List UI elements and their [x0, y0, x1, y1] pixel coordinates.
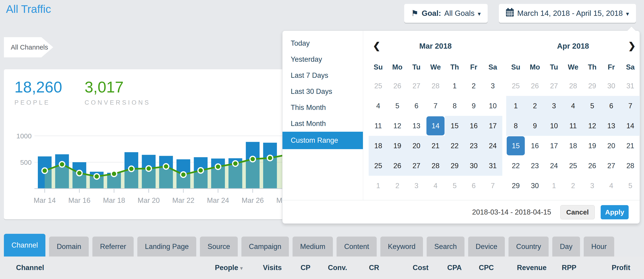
calendar-day[interactable]: 7	[426, 96, 445, 116]
calendar-day[interactable]: 8	[445, 96, 464, 116]
chart-point[interactable]	[267, 155, 273, 161]
goal-dropdown-button[interactable]: ⚑ Goal: All Goals ▾	[404, 4, 488, 23]
chart-point[interactable]	[163, 164, 169, 169]
column-header-rpp[interactable]: RPP	[546, 264, 576, 272]
calendar-day[interactable]: 3	[544, 96, 564, 116]
calendar-day[interactable]: 27	[602, 156, 621, 176]
column-header-cpa[interactable]: CPA	[428, 264, 462, 272]
preset-yesterday[interactable]: Yesterday	[282, 51, 363, 68]
tab-search[interactable]: Search	[427, 236, 464, 256]
calendar-day[interactable]: 31	[483, 156, 502, 176]
calendar-day[interactable]: 2	[564, 176, 583, 196]
chart-point[interactable]	[128, 166, 134, 172]
calendar-day[interactable]: 11	[369, 116, 388, 136]
calendar-day[interactable]: 28	[426, 76, 445, 96]
calendar-day[interactable]: 24	[483, 136, 502, 156]
column-header-channel[interactable]: Channel	[16, 264, 208, 272]
calendar-day[interactable]: 7	[621, 96, 640, 116]
calendar-day[interactable]: 18	[369, 136, 388, 156]
chart-point[interactable]	[60, 162, 65, 167]
calendar-day[interactable]: 27	[407, 156, 426, 176]
calendar-day[interactable]: 8	[506, 116, 525, 136]
calendar-day[interactable]: 30	[525, 176, 544, 196]
tab-device[interactable]: Device	[468, 236, 505, 256]
chart-point[interactable]	[111, 171, 117, 177]
calendar-day[interactable]: 29	[582, 76, 602, 96]
calendar-day[interactable]: 16	[525, 136, 544, 156]
column-header-cpc[interactable]: CPC	[462, 264, 494, 272]
calendar-day[interactable]: 4	[426, 176, 445, 196]
column-header-people[interactable]: People▾	[208, 264, 243, 272]
tab-domain[interactable]: Domain	[49, 236, 89, 256]
calendar-day[interactable]: 21	[426, 136, 445, 156]
calendar-day[interactable]: 16	[464, 116, 483, 136]
tab-channel[interactable]: Channel	[4, 234, 46, 256]
calendar-day[interactable]: 13	[602, 116, 621, 136]
calendar-day[interactable]: 9	[464, 96, 483, 116]
calendar-day[interactable]: 26	[388, 76, 407, 96]
calendar-day[interactable]: 3	[407, 176, 426, 196]
calendar-day[interactable]: 1	[445, 76, 464, 96]
next-month-icon[interactable]: ❯	[628, 40, 636, 51]
column-header-cp[interactable]: CP	[282, 264, 310, 272]
chart-point[interactable]	[250, 156, 256, 162]
column-header-cost[interactable]: Cost	[379, 264, 428, 272]
column-header-cr[interactable]: CR	[347, 264, 379, 272]
apply-button[interactable]: Apply	[601, 205, 629, 219]
calendar-day[interactable]: 14	[621, 116, 640, 136]
cancel-button[interactable]: Cancel	[560, 205, 595, 219]
tab-campaign[interactable]: Campaign	[242, 236, 289, 256]
calendar-day[interactable]: 7	[483, 176, 502, 196]
column-header-profit[interactable]: Profit	[576, 264, 630, 272]
tab-referrer[interactable]: Referrer	[92, 236, 134, 256]
calendar-day[interactable]: 6	[407, 96, 426, 116]
calendar-day[interactable]: 19	[388, 136, 407, 156]
preset-this-month[interactable]: This Month	[282, 100, 363, 116]
chart-point[interactable]	[233, 161, 238, 166]
calendar-day[interactable]: 20	[407, 136, 426, 156]
tab-day[interactable]: Day	[552, 236, 580, 256]
calendar-day[interactable]: 19	[582, 136, 602, 156]
calendar-day[interactable]: 1	[544, 176, 564, 196]
calendar-day[interactable]: 29	[506, 176, 525, 196]
date-range-button[interactable]: March 14, 2018 - April 15, 2018 ▾	[499, 4, 636, 23]
tab-keyword[interactable]: Keyword	[380, 236, 423, 256]
calendar-day[interactable]: 4	[564, 96, 583, 116]
preset-custom-range[interactable]: Custom Range	[282, 132, 363, 149]
breadcrumb-all-channels[interactable]: All Channels	[4, 37, 53, 57]
calendar-day[interactable]: 30	[602, 76, 621, 96]
calendar-day[interactable]: 3	[582, 176, 602, 196]
calendar-day[interactable]: 25	[369, 156, 388, 176]
calendar-day[interactable]: 27	[407, 76, 426, 96]
calendar-day[interactable]: 20	[602, 136, 621, 156]
calendar-day-selected[interactable]: 14	[426, 116, 445, 136]
calendar-day[interactable]: 4	[369, 96, 388, 116]
column-header-visits[interactable]: Visits	[243, 264, 282, 272]
calendar-day[interactable]: 17	[483, 116, 502, 136]
calendar-day[interactable]: 30	[464, 156, 483, 176]
preset-last-7-days[interactable]: Last 7 Days	[282, 68, 363, 84]
tab-hour[interactable]: Hour	[584, 236, 614, 256]
chart-point[interactable]	[215, 164, 221, 170]
calendar-day[interactable]: 5	[388, 96, 407, 116]
prev-month-icon[interactable]: ❮	[373, 40, 380, 51]
calendar-day[interactable]: 25	[564, 156, 583, 176]
calendar-day[interactable]: 9	[525, 116, 544, 136]
calendar-day[interactable]: 2	[525, 96, 544, 116]
calendar-day[interactable]: 25	[369, 76, 388, 96]
calendar-day[interactable]: 13	[407, 116, 426, 136]
calendar-day[interactable]: 2	[388, 176, 407, 196]
calendar-day[interactable]: 26	[582, 156, 602, 176]
calendar-day[interactable]: 5	[582, 96, 602, 116]
calendar-day[interactable]: 10	[544, 116, 564, 136]
tab-landing-page[interactable]: Landing Page	[137, 236, 196, 256]
calendar-day[interactable]: 12	[582, 116, 602, 136]
calendar-day[interactable]: 1	[369, 176, 388, 196]
chart-point[interactable]	[146, 166, 152, 171]
calendar-day[interactable]: 29	[445, 156, 464, 176]
tab-country[interactable]: Country	[508, 236, 549, 256]
tab-content[interactable]: Content	[336, 236, 377, 256]
tab-source[interactable]: Source	[200, 236, 238, 256]
calendar-day[interactable]: 31	[621, 76, 640, 96]
calendar-day[interactable]: 1	[506, 96, 525, 116]
